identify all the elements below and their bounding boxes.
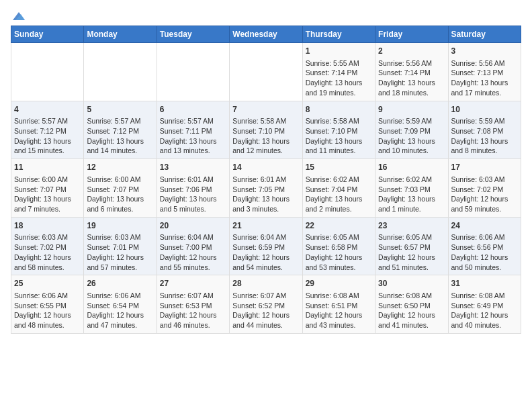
calendar-cell: 13Sunrise: 6:01 AMSunset: 7:06 PMDayligh… bbox=[157, 159, 229, 218]
day-info: Daylight: 13 hours bbox=[232, 194, 299, 204]
day-info: Sunset: 6:50 PM bbox=[378, 301, 445, 311]
day-info: Daylight: 13 hours bbox=[14, 136, 81, 146]
day-info: Sunrise: 5:59 AM bbox=[378, 116, 445, 126]
calendar-cell: 9Sunrise: 5:59 AMSunset: 7:09 PMDaylight… bbox=[375, 101, 448, 159]
day-info: Sunset: 7:12 PM bbox=[87, 126, 153, 136]
calendar-cell: 14Sunrise: 6:01 AMSunset: 7:05 PMDayligh… bbox=[230, 159, 302, 218]
day-info: Daylight: 13 hours bbox=[232, 136, 299, 146]
day-info: and 53 minutes. bbox=[306, 263, 372, 273]
day-number: 26 bbox=[87, 278, 153, 289]
day-info: and 54 minutes. bbox=[232, 263, 299, 273]
calendar-cell: 1Sunrise: 5:55 AMSunset: 7:14 PMDaylight… bbox=[302, 43, 375, 101]
day-info: Sunrise: 6:05 AM bbox=[378, 232, 445, 242]
day-info: Sunset: 7:05 PM bbox=[232, 185, 299, 195]
day-info: Sunrise: 6:03 AM bbox=[14, 232, 81, 242]
day-info: and 11 minutes. bbox=[306, 146, 372, 156]
header-day-sunday: Sunday bbox=[11, 26, 84, 43]
day-number: 8 bbox=[306, 104, 372, 116]
day-info: Sunset: 6:59 PM bbox=[232, 242, 299, 253]
day-info: Sunrise: 6:02 AM bbox=[378, 175, 445, 185]
calendar-cell: 8Sunrise: 5:58 AMSunset: 7:10 PMDaylight… bbox=[302, 101, 375, 159]
day-info: and 47 minutes. bbox=[87, 320, 153, 330]
day-info: Sunset: 6:49 PM bbox=[451, 301, 518, 311]
day-info: Daylight: 13 hours bbox=[378, 194, 445, 204]
day-info: Daylight: 13 hours bbox=[160, 136, 226, 146]
day-info: Sunset: 6:52 PM bbox=[232, 301, 299, 311]
day-info: Sunrise: 6:00 AM bbox=[87, 175, 153, 185]
day-number: 2 bbox=[378, 46, 445, 57]
day-info: Daylight: 12 hours bbox=[451, 194, 518, 204]
day-info: Sunset: 7:03 PM bbox=[378, 185, 445, 195]
day-info: Sunset: 7:01 PM bbox=[87, 242, 153, 253]
day-info: Sunrise: 5:57 AM bbox=[160, 116, 226, 126]
day-number: 19 bbox=[87, 220, 153, 232]
day-info: Daylight: 13 hours bbox=[306, 194, 372, 204]
day-info: Sunrise: 5:59 AM bbox=[451, 116, 518, 126]
day-info: Sunset: 6:58 PM bbox=[306, 242, 372, 253]
calendar-cell: 7Sunrise: 5:58 AMSunset: 7:10 PMDaylight… bbox=[230, 101, 302, 159]
day-number: 7 bbox=[232, 104, 299, 116]
day-info: Sunrise: 6:06 AM bbox=[451, 232, 518, 242]
week-row-2: 4Sunrise: 5:57 AMSunset: 7:12 PMDaylight… bbox=[11, 101, 521, 159]
day-number: 1 bbox=[306, 46, 372, 57]
day-info: Daylight: 12 hours bbox=[87, 253, 153, 263]
day-info: Daylight: 12 hours bbox=[306, 253, 372, 263]
day-info: Sunrise: 6:01 AM bbox=[232, 175, 299, 185]
week-row-1: 1Sunrise: 5:55 AMSunset: 7:14 PMDaylight… bbox=[11, 43, 521, 101]
logo bbox=[11, 11, 27, 20]
calendar-cell: 4Sunrise: 5:57 AMSunset: 7:12 PMDaylight… bbox=[11, 101, 84, 159]
calendar-cell: 27Sunrise: 6:07 AMSunset: 6:53 PMDayligh… bbox=[157, 275, 229, 334]
day-info: Daylight: 13 hours bbox=[378, 78, 445, 88]
day-info: and 48 minutes. bbox=[14, 320, 81, 330]
header-day-thursday: Thursday bbox=[302, 26, 375, 43]
day-info: and 5 minutes. bbox=[160, 204, 226, 214]
calendar-table: SundayMondayTuesdayWednesdayThursdayFrid… bbox=[11, 26, 521, 334]
day-info: Daylight: 13 hours bbox=[306, 136, 372, 146]
day-info: Sunset: 6:55 PM bbox=[14, 301, 81, 311]
day-info: and 55 minutes. bbox=[160, 263, 226, 273]
day-info: Daylight: 13 hours bbox=[160, 194, 226, 204]
day-info: Sunset: 7:02 PM bbox=[451, 185, 518, 195]
day-info: Daylight: 13 hours bbox=[14, 194, 81, 204]
day-number: 17 bbox=[451, 162, 518, 173]
day-number: 25 bbox=[14, 278, 81, 289]
day-info: and 13 minutes. bbox=[160, 146, 226, 156]
day-info: Daylight: 12 hours bbox=[14, 310, 81, 320]
day-number: 23 bbox=[378, 220, 445, 232]
day-info: and 15 minutes. bbox=[14, 146, 81, 156]
day-number: 22 bbox=[306, 220, 372, 232]
calendar-cell bbox=[157, 43, 229, 101]
day-info: and 6 minutes. bbox=[87, 204, 153, 214]
day-info: and 3 minutes. bbox=[232, 204, 299, 214]
day-info: Sunrise: 6:08 AM bbox=[451, 291, 518, 301]
day-info: Sunrise: 6:04 AM bbox=[160, 232, 226, 242]
page-header bbox=[11, 11, 521, 20]
day-number: 30 bbox=[378, 278, 445, 289]
day-info: Sunrise: 5:57 AM bbox=[14, 116, 81, 126]
day-info: and 57 minutes. bbox=[87, 263, 153, 273]
day-info: Daylight: 12 hours bbox=[451, 310, 518, 320]
day-info: Sunrise: 6:05 AM bbox=[306, 232, 372, 242]
day-info: Sunrise: 5:56 AM bbox=[378, 58, 445, 68]
day-info: Daylight: 12 hours bbox=[232, 253, 299, 263]
day-info: Daylight: 12 hours bbox=[87, 310, 153, 320]
calendar-cell: 12Sunrise: 6:00 AMSunset: 7:07 PMDayligh… bbox=[84, 159, 157, 218]
day-info: Daylight: 12 hours bbox=[378, 310, 445, 320]
calendar-cell: 15Sunrise: 6:02 AMSunset: 7:04 PMDayligh… bbox=[302, 159, 375, 218]
day-number: 29 bbox=[306, 278, 372, 289]
calendar-cell: 26Sunrise: 6:06 AMSunset: 6:54 PMDayligh… bbox=[84, 275, 157, 334]
day-info: and 58 minutes. bbox=[14, 263, 81, 273]
day-info: Sunset: 7:11 PM bbox=[160, 126, 226, 136]
day-info: and 18 minutes. bbox=[378, 88, 445, 98]
day-number: 13 bbox=[160, 162, 226, 173]
day-number: 3 bbox=[451, 46, 518, 57]
day-info: Sunset: 7:07 PM bbox=[14, 185, 81, 195]
logo-icon bbox=[11, 11, 26, 21]
day-number: 5 bbox=[87, 104, 153, 116]
day-info: Sunrise: 5:57 AM bbox=[87, 116, 153, 126]
day-info: Sunset: 7:10 PM bbox=[232, 126, 299, 136]
calendar-cell: 19Sunrise: 6:03 AMSunset: 7:01 PMDayligh… bbox=[84, 217, 157, 275]
calendar-cell: 30Sunrise: 6:08 AMSunset: 6:50 PMDayligh… bbox=[375, 275, 448, 334]
day-info: Sunset: 7:04 PM bbox=[306, 185, 372, 195]
calendar-body: 1Sunrise: 5:55 AMSunset: 7:14 PMDaylight… bbox=[11, 43, 521, 334]
